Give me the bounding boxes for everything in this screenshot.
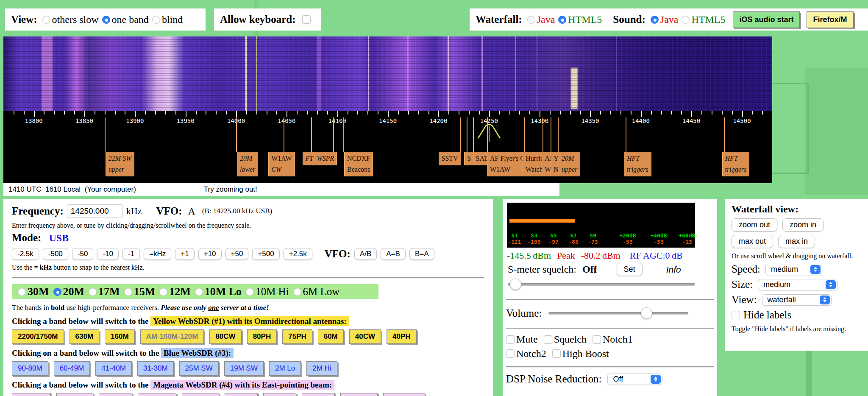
band-button-80CW[interactable]: 80CW	[209, 329, 241, 344]
checkbox-Notch1[interactable]	[593, 335, 601, 344]
ios-audio-start-button[interactable]: iOS audio start	[733, 11, 800, 28]
step-button-+2.5k[interactable]: +2.5k	[284, 248, 312, 260]
band-button-40CW-E[interactable]: 40CW-E	[12, 393, 51, 396]
step-button--10[interactable]: -10	[97, 248, 119, 260]
radio-Java[interactable]	[527, 16, 535, 24]
band-button-40PH[interactable]: 40PH	[387, 329, 417, 344]
dsp-select[interactable]: Off	[607, 374, 662, 385]
step-button-=kHz[interactable]: =kHz	[144, 248, 171, 260]
band-label-HFT[interactable]: HFTtriggers	[722, 152, 750, 176]
volume-slider-track[interactable]	[548, 312, 688, 315]
radio-blind[interactable]	[152, 16, 160, 24]
checkbox-Mute[interactable]	[506, 335, 515, 344]
step-button--50[interactable]: -50	[72, 248, 94, 260]
radio-option-blind[interactable]: blind	[152, 14, 183, 25]
band-button-630M[interactable]: 630M	[70, 329, 100, 344]
squelch-slider-knob[interactable]	[510, 279, 521, 290]
tuning-passband-marker[interactable]	[477, 122, 501, 142]
squelch-slider[interactable]	[508, 279, 695, 290]
allow-keyboard-checkbox[interactable]	[302, 15, 311, 24]
waterfall[interactable]: 1380013850139001395014000140501410014150…	[3, 36, 772, 183]
band-button-60M[interactable]: 60M	[318, 329, 344, 344]
band-button-10M-E1[interactable]: 10M-E1	[340, 393, 378, 396]
band-label-W1AW[interactable]: W1AWCW	[268, 152, 295, 176]
radio-option-HTML5[interactable]: HTML5	[682, 14, 725, 25]
zoom-in-button[interactable]: zoom in	[782, 218, 823, 231]
max-out-button[interactable]: max out	[732, 235, 773, 248]
step-button-+500[interactable]: +500	[252, 248, 279, 260]
radio-6M Low[interactable]	[293, 288, 301, 296]
radio-one band[interactable]	[102, 16, 110, 24]
band-button-31-30M[interactable]: 31-30M	[137, 361, 174, 376]
radio-HTML5[interactable]	[558, 16, 566, 24]
vfo-button-B=A[interactable]: B=A	[409, 248, 434, 260]
band-button-15M-E[interactable]: 15M-E	[263, 393, 296, 396]
band-radio-17M[interactable]: 17M	[89, 285, 120, 298]
band-radio-10M Lo[interactable]: 10M Lo	[195, 285, 242, 298]
band-button-20CW-E[interactable]: 20CW-E	[138, 393, 177, 396]
band-button-2M Hi[interactable]: 2M Hi	[306, 361, 337, 376]
band-button-2200/1750M[interactable]: 2200/1750M	[12, 329, 64, 344]
checkbox-item-Mute[interactable]: Mute	[506, 334, 538, 345]
band-radio-15M[interactable]: 15M	[124, 285, 156, 298]
band-button-90-80M[interactable]: 90-80M	[12, 361, 48, 376]
checkbox-item-High-Boost[interactable]: High Boost	[552, 348, 609, 360]
radio-option-Java[interactable]: Java	[651, 14, 679, 25]
checkbox-Squelch[interactable]	[544, 335, 552, 344]
volume-slider[interactable]	[548, 307, 688, 319]
step-button-+50[interactable]: +50	[225, 248, 249, 260]
band-button-20PH-E[interactable]: 20PH-E	[182, 393, 219, 396]
vfo-button-A/B[interactable]: A/B	[354, 248, 377, 260]
checkbox-item-Notch1[interactable]: Notch1	[593, 334, 633, 345]
vfo-button-A=B[interactable]: A=B	[381, 248, 406, 260]
band-button-40CW[interactable]: 40CW	[349, 329, 381, 344]
band-button-12M-E[interactable]: 12M-E	[302, 393, 335, 396]
squelch-slider-track[interactable]	[508, 283, 695, 286]
radio-HTML5[interactable]	[682, 16, 690, 24]
waterfall-spectrogram[interactable]	[3, 36, 772, 111]
hide-labels-checkbox[interactable]	[732, 311, 740, 319]
band-radio-30M[interactable]: 30M	[18, 285, 49, 298]
zoom-out-button[interactable]: zoom out	[732, 218, 777, 231]
band-label-AF-Flyer-s-C[interactable]: AF Flyer's CW1AW	[487, 152, 528, 176]
step-button--2.5k[interactable]: -2.5k	[12, 248, 39, 260]
band-label-SSTV[interactable]: SSTV	[439, 152, 461, 165]
band-button-2M Lo[interactable]: 2M Lo	[269, 361, 301, 376]
band-button-25M SW[interactable]: 25M SW	[179, 361, 219, 376]
step-button--1[interactable]: -1	[122, 248, 140, 260]
checkbox-item-Squelch[interactable]: Squelch	[544, 334, 587, 345]
radio-others slow[interactable]	[42, 16, 50, 24]
radio-20M[interactable]	[53, 288, 61, 296]
radio-15M[interactable]	[124, 288, 132, 296]
band-label-20M[interactable]: 20Mupper	[559, 152, 580, 176]
view-select[interactable]: waterfall	[762, 294, 832, 306]
frequency-scale[interactable]: 1380013850139001395014000140501410014150…	[3, 111, 772, 183]
band-button-160M[interactable]: 160M	[105, 329, 135, 344]
radio-17M[interactable]	[89, 288, 97, 296]
band-button-80PH[interactable]: 80PH	[247, 329, 277, 344]
radio-12M[interactable]	[159, 288, 167, 296]
radio-option-Java[interactable]: Java	[527, 14, 555, 25]
band-button-75PH[interactable]: 75PH	[282, 329, 312, 344]
band-radio-20M[interactable]: 20M	[53, 285, 85, 298]
radio-option-HTML5[interactable]: HTML5	[558, 14, 602, 25]
band-button-30M-E[interactable]: 30M-E	[99, 393, 132, 396]
band-label-20M[interactable]: 20Mlower	[237, 152, 258, 176]
radio-option-one band[interactable]: one band	[102, 14, 149, 25]
radio-10M Hi[interactable]	[246, 288, 254, 296]
band-button-10M-E Hi[interactable]: 10M-E Hi	[383, 393, 425, 396]
volume-slider-knob[interactable]	[641, 307, 652, 319]
band-label-WSPR[interactable]: WSPR	[314, 152, 337, 165]
band-button-60-49M[interactable]: 60-49M	[54, 361, 90, 376]
band-label-HFT[interactable]: HFTtriggers	[624, 152, 651, 176]
band-radio-6M Low[interactable]: 6M Low	[293, 286, 340, 298]
step-button-+10[interactable]: +10	[198, 248, 222, 260]
band-radio-12M[interactable]: 12M	[159, 285, 191, 298]
band-button-40PH-E[interactable]: 40PH-E	[56, 393, 94, 396]
speed-select[interactable]: medium	[765, 264, 822, 275]
step-button-+1[interactable]: +1	[175, 248, 194, 260]
info-link[interactable]: Info	[666, 265, 681, 275]
radio-10M Lo[interactable]	[195, 288, 203, 296]
radio-Java[interactable]	[651, 16, 659, 24]
band-radio-10M Hi[interactable]: 10M Hi	[246, 286, 289, 298]
